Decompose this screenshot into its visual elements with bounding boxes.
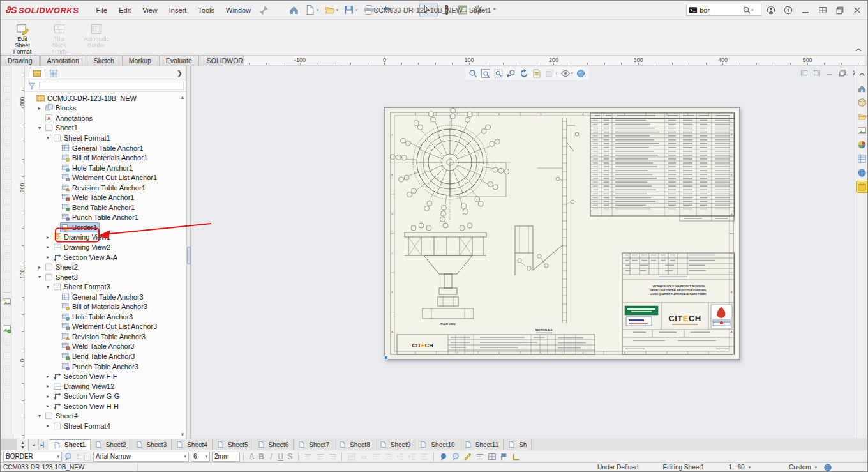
tree-item-body[interactable]: Hole Table Anchor3: [60, 312, 135, 322]
status-globe-icon[interactable]: [823, 463, 832, 472]
tree-expand-icon[interactable]: ▸: [36, 105, 43, 111]
sheet-tab-sheet4[interactable]: Sheet4: [172, 439, 213, 450]
home-icon[interactable]: [856, 82, 868, 95]
tree-expand-icon[interactable]: ▾: [36, 413, 43, 419]
tree-expand-icon[interactable]: ▸: [44, 254, 52, 260]
tree-item-blocks[interactable]: ▸Blocks: [25, 103, 182, 114]
balloon-tool-icon[interactable]: [1, 363, 12, 374]
tree-expand-icon[interactable]: ▸: [44, 423, 52, 429]
tree-expand-icon[interactable]: ▸: [36, 264, 43, 270]
sheet-selection-handle[interactable]: [385, 356, 388, 360]
tree-item-bend-table-anchor3[interactable]: Bend Table Anchor3: [25, 351, 182, 362]
sheet-tab-sheet6[interactable]: Sheet6: [253, 439, 294, 450]
panel-flyout-icon[interactable]: ❯: [177, 69, 183, 77]
pane-right-icon[interactable]: [811, 68, 823, 78]
sheet-tab-sheet3[interactable]: Sheet3: [131, 439, 172, 450]
tree-expand-icon[interactable]: ▾: [36, 274, 43, 280]
tree-item-body[interactable]: Section View F-F: [52, 371, 120, 381]
tree-item-annotations[interactable]: AAnnotations: [25, 113, 182, 123]
sheet-tab-sheet10[interactable]: Sheet10: [415, 439, 460, 450]
drawing-sheet[interactable]: 8877665544332211FFEEDDCCBBAA: [384, 107, 740, 360]
tab-drawing[interactable]: Drawing: [1, 55, 40, 66]
dropdown-arrow-icon[interactable]: ▾: [485, 8, 488, 13]
ink-pencil-icon[interactable]: [462, 451, 473, 462]
sheet-nav-next-icon[interactable]: ▸▏: [39, 439, 49, 450]
tree-item-drawing-view2[interactable]: ▸Drawing View2: [25, 242, 182, 252]
tree-item-body[interactable]: Drawing View2: [52, 242, 113, 252]
help-icon[interactable]: ?: [781, 4, 796, 17]
dropdown-arrow-icon[interactable]: ▾: [394, 8, 397, 13]
tree-item-body[interactable]: AAnnotations: [43, 113, 95, 123]
custom-properties-icon[interactable]: [856, 153, 868, 165]
line-format-icon[interactable]: [474, 451, 485, 462]
sheet-tab-sheet11[interactable]: Sheet11: [460, 439, 504, 450]
tree-expand-icon[interactable]: ▾: [36, 125, 43, 131]
scale-dropdown-icon[interactable]: ▾: [749, 465, 751, 470]
style-combo[interactable]: BORDER▾: [3, 452, 62, 462]
view-palette-icon[interactable]: [856, 125, 868, 137]
tab-markup[interactable]: Markup: [122, 55, 158, 66]
tree-expand-icon[interactable]: ▸: [44, 374, 52, 379]
tree-expand-icon[interactable]: ▾: [44, 135, 52, 141]
table-columns-icon[interactable]: [1, 110, 12, 121]
table-grid-icon[interactable]: [1, 70, 12, 81]
sheet-properties-icon[interactable]: [532, 68, 542, 79]
tree-item-body[interactable]: Drawing View12: [52, 381, 117, 392]
restore-icon[interactable]: [832, 4, 848, 17]
dropdown-arrow-icon[interactable]: ▾: [317, 8, 319, 13]
hatch-icon[interactable]: [1, 337, 12, 347]
tree-item-body[interactable]: Weld Table Anchor3: [60, 341, 137, 351]
sheet-tab-sheet1[interactable]: Sheet1: [49, 439, 91, 450]
tree-item-body[interactable]: Sheet Format4: [52, 421, 113, 431]
tree-item-general-table-anchor3[interactable]: General Table Anchor3: [25, 292, 182, 302]
row-delete-icon[interactable]: [1, 151, 12, 162]
zoom-icon[interactable]: [468, 68, 478, 79]
tree-item-weldment-cut-list-anchor3[interactable]: Weldment Cut List Anchor3: [25, 322, 182, 332]
sheet-tab-sheet8[interactable]: Sheet8: [334, 439, 375, 450]
tree-item-body[interactable]: Revision Table Anchor3: [60, 331, 148, 342]
search-input[interactable]: [698, 6, 742, 14]
dropdown-arrow-icon[interactable]: ▾: [414, 8, 417, 13]
menu-file[interactable]: File: [90, 4, 113, 17]
tree-item-body[interactable]: Blocks: [43, 103, 79, 113]
tree-item-body[interactable]: Weldment Cut List Anchor3: [60, 321, 160, 331]
table-split-icon[interactable]: [1, 97, 12, 108]
tree-expand-icon[interactable]: ▸: [44, 244, 52, 250]
menu-edit[interactable]: Edit: [113, 4, 137, 17]
tree-item-section-view-g-g[interactable]: ▸Section View G-G: [25, 391, 182, 401]
new-document-icon[interactable]: ▾: [303, 3, 321, 17]
sheet-tab-sheet9[interactable]: Sheet9: [375, 439, 416, 450]
tree-item-sheet3[interactable]: ▾Sheet3: [25, 272, 182, 282]
block-insert-icon[interactable]: [1, 310, 12, 321]
align-center-icon[interactable]: [1, 197, 12, 208]
tree-item-body[interactable]: Weldment Cut List Anchor1: [60, 172, 160, 183]
tree-item-body[interactable]: Punch Table Anchor1: [60, 212, 141, 222]
sheet-tab-sh[interactable]: Sh: [504, 439, 532, 450]
tree-item-sheet1[interactable]: ▾Sheet1: [25, 123, 182, 133]
tree-expand-icon[interactable]: ▸: [44, 393, 52, 399]
tree-item-body[interactable]: CCM033-DR-123-10B_NEW: [35, 93, 139, 103]
tree-item-sheet-format4[interactable]: ▸Sheet Format4: [25, 421, 182, 431]
dropdown-arrow-icon[interactable]: ▾: [355, 8, 358, 13]
tab-featuremanager-tree[interactable]: [29, 68, 45, 79]
tree-item-sheet-format1[interactable]: ▾Sheet Format1: [25, 133, 182, 143]
tree-item-body[interactable]: Sheet3: [43, 272, 80, 282]
menu-tools[interactable]: Tools: [192, 4, 220, 17]
tab-sketch[interactable]: Sketch: [87, 55, 121, 66]
tree-item-body[interactable]: Hole Table Anchor1: [60, 163, 135, 173]
zoom-to-area-icon[interactable]: [493, 68, 504, 79]
minimize-icon[interactable]: [798, 4, 813, 17]
dropdown-arrow-icon[interactable]: ▾: [336, 8, 339, 13]
tree-item-revision-table-anchor1[interactable]: Revision Table Anchor1: [25, 183, 182, 193]
tree-item-drawing-view12[interactable]: ▸Drawing View12: [25, 381, 182, 392]
table-insert-icon[interactable]: [1, 84, 12, 95]
layer-grid-icon[interactable]: [486, 451, 497, 462]
tree-item-body[interactable]: Sheet Format1: [52, 133, 113, 143]
dropdown-arrow-icon[interactable]: ▾: [571, 71, 574, 76]
align-top-icon[interactable]: [1, 224, 12, 234]
tree-item-body[interactable]: Bend Table Anchor1: [60, 202, 137, 213]
previous-view-icon[interactable]: [506, 68, 516, 79]
ruler-origin-spinner[interactable]: ▲▼: [17, 439, 29, 450]
pane-left-icon[interactable]: [798, 68, 810, 78]
tree-item-body[interactable]: Weld Table Anchor1: [60, 192, 137, 202]
